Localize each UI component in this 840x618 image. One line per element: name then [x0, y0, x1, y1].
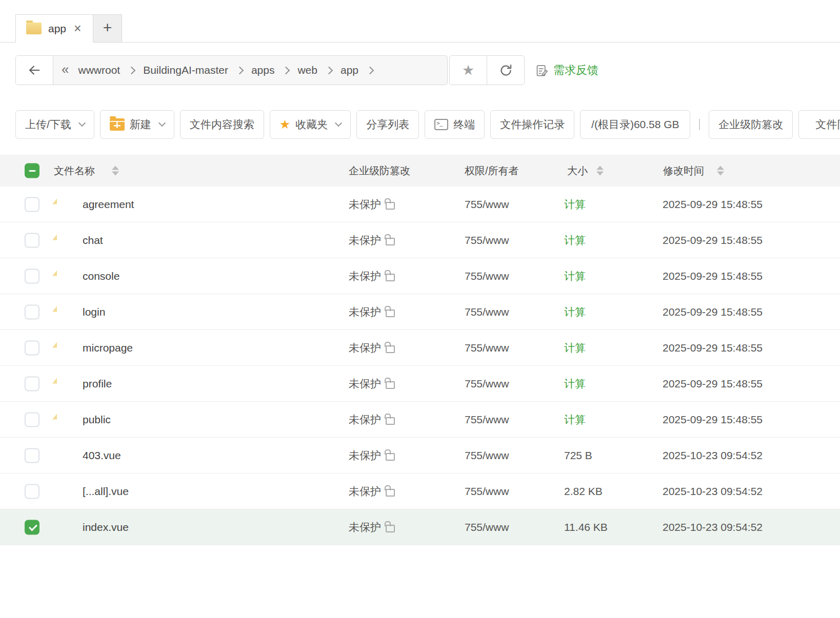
share-list-button[interactable]: 分享列表: [356, 110, 419, 139]
favorites-button[interactable]: ★ 收藏夹: [270, 110, 351, 139]
upload-download-button[interactable]: 上传/下载: [15, 110, 94, 139]
file-size[interactable]: 2.82 KB: [564, 485, 603, 498]
table-row[interactable]: [...all].vue 未保护 755/www 2.82 KB 2025-10…: [0, 473, 840, 509]
modified-time: 2025-09-29 15:48:55: [663, 234, 763, 246]
refresh-button[interactable]: [487, 56, 524, 85]
row-checkbox[interactable]: [25, 269, 39, 283]
file-size[interactable]: 计算: [564, 197, 586, 212]
new-tab-button[interactable]: +: [93, 14, 122, 43]
unlock-icon: [386, 202, 395, 210]
star-icon: ★: [279, 118, 291, 131]
sort-icon[interactable]: [112, 166, 119, 176]
row-checkbox[interactable]: [25, 448, 39, 463]
table-row[interactable]: 403.vue 未保护 755/www 725 B 2025-10-23 09:…: [0, 438, 840, 473]
unlock-icon: [386, 489, 395, 497]
modified-time: 2025-10-23 09:54:52: [663, 485, 763, 498]
chevron-down-icon: [78, 119, 86, 127]
header-modified-time[interactable]: 修改时间: [663, 164, 704, 178]
table-row[interactable]: public 未保护 755/www 计算 2025-09-29 15:48:5…: [0, 402, 840, 438]
table-row[interactable]: login 未保护 755/www 计算 2025-09-29 15:48:55: [0, 294, 840, 330]
breadcrumb-crumb: wwwroot: [77, 64, 142, 76]
close-icon[interactable]: ×: [74, 22, 82, 35]
breadcrumb-group: « wwwroot BuildingAI-master apps web app: [15, 55, 448, 85]
terminal-label: 终端: [453, 117, 475, 132]
table-row[interactable]: chat 未保护 755/www 计算 2025-09-29 15:48:55: [0, 222, 840, 258]
row-checkbox[interactable]: [25, 233, 39, 248]
file-name[interactable]: micropage: [83, 342, 133, 354]
modified-time: 2025-09-29 15:48:55: [663, 198, 763, 211]
breadcrumb: « wwwroot BuildingAI-master apps web app: [53, 56, 447, 85]
file-name[interactable]: chat: [83, 234, 103, 246]
breadcrumb-segment[interactable]: BuildingAI-master: [142, 64, 229, 76]
file-size[interactable]: 计算: [564, 305, 586, 319]
file-sync-button[interactable]: 文件同步: [798, 110, 840, 139]
file-size[interactable]: 计算: [564, 269, 586, 283]
row-checkbox[interactable]: [25, 376, 39, 391]
file-name[interactable]: public: [83, 414, 111, 426]
table-row[interactable]: agreement 未保护 755/www 计算 2025-09-29 15:4…: [0, 187, 840, 222]
file-size[interactable]: 计算: [564, 233, 586, 248]
file-name[interactable]: profile: [83, 378, 112, 390]
file-size[interactable]: 计算: [564, 377, 586, 391]
row-checkbox[interactable]: [25, 484, 39, 499]
tamper-proof-button[interactable]: 企业级防篡改: [709, 110, 793, 139]
terminal-button[interactable]: 终端: [425, 110, 485, 139]
disk-usage-button[interactable]: /(根目录)60.58 GB: [580, 110, 690, 139]
chevron-right-icon: [282, 66, 290, 74]
feedback-icon: [535, 64, 549, 77]
chevron-right-icon: [236, 66, 244, 74]
table-row[interactable]: index.vue 未保护 755/www 11.46 KB 2025-10-2…: [0, 509, 840, 545]
file-operation-log-button[interactable]: 文件操作记录: [490, 110, 574, 139]
header-file-name[interactable]: 文件名称: [54, 164, 95, 178]
unlock-icon: [386, 345, 395, 353]
file-size[interactable]: 725 B: [564, 449, 592, 462]
breadcrumb-segment[interactable]: apps: [250, 64, 276, 76]
file-size[interactable]: 计算: [564, 341, 586, 355]
protect-status: 未保护: [349, 377, 381, 391]
favorite-button[interactable]: ★: [450, 56, 487, 85]
modified-time: 2025-09-29 15:48:55: [663, 414, 763, 426]
refresh-icon: [499, 64, 513, 77]
feedback-link[interactable]: 需求反馈: [535, 55, 598, 85]
table-row[interactable]: profile 未保护 755/www 计算 2025-09-29 15:48:…: [0, 366, 840, 402]
sort-icon[interactable]: [717, 166, 724, 176]
tamper-proof-label: 企业级防篡改: [718, 117, 783, 132]
file-size[interactable]: 计算: [564, 413, 586, 427]
content-search-button[interactable]: 文件内容搜索: [180, 110, 264, 139]
file-name[interactable]: index.vue: [83, 521, 129, 533]
file-name[interactable]: console: [83, 270, 119, 282]
file-name[interactable]: login: [83, 306, 105, 318]
header-size[interactable]: 大小: [567, 164, 588, 178]
upload-download-label: 上传/下载: [25, 117, 71, 132]
file-size[interactable]: 11.46 KB: [564, 521, 608, 533]
row-checkbox[interactable]: [25, 412, 39, 427]
nav-actions: ★: [449, 55, 525, 85]
content-search-label: 文件内容搜索: [190, 117, 254, 132]
permission-owner: 755/www: [465, 378, 509, 390]
nav-bar: « wwwroot BuildingAI-master apps web app…: [15, 55, 598, 85]
permission-owner: 755/www: [465, 521, 509, 533]
breadcrumb-segment[interactable]: app: [339, 64, 359, 76]
row-checkbox[interactable]: [25, 340, 39, 355]
unlock-icon: [386, 525, 395, 532]
table-row[interactable]: console 未保护 755/www 计算 2025-09-29 15:48:…: [0, 258, 840, 294]
file-name[interactable]: agreement: [83, 198, 134, 211]
collapse-breadcrumb-icon[interactable]: «: [62, 61, 69, 77]
row-checkbox[interactable]: [25, 520, 39, 534]
row-checkbox[interactable]: [25, 197, 39, 212]
row-checkbox[interactable]: [25, 304, 39, 319]
back-button[interactable]: [16, 56, 53, 85]
file-name[interactable]: 403.vue: [83, 449, 121, 462]
table-row[interactable]: micropage 未保护 755/www 计算 2025-09-29 15:4…: [0, 330, 840, 366]
breadcrumb-segment[interactable]: web: [296, 64, 318, 76]
tab-app[interactable]: app ×: [15, 14, 93, 43]
breadcrumb-segment[interactable]: wwwroot: [77, 64, 121, 76]
new-button[interactable]: 新建: [100, 110, 174, 139]
unlock-icon: [386, 417, 395, 425]
file-name[interactable]: [...all].vue: [83, 485, 129, 498]
select-all-checkbox[interactable]: [25, 163, 39, 178]
new-folder-icon: [110, 118, 125, 131]
sort-icon[interactable]: [596, 166, 604, 176]
permission-owner: 755/www: [465, 414, 509, 426]
modified-time: 2025-09-29 15:48:55: [663, 342, 763, 354]
